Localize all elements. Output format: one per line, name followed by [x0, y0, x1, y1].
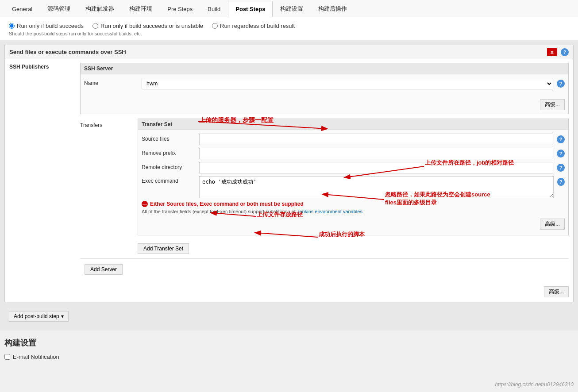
- source-files-input[interactable]: c minioss/svn-minioss-web/minioss-api/ta…: [199, 134, 553, 145]
- add-postbuild-row: Add post-build step ▾: [4, 307, 574, 326]
- transfer-set-section: Transfer Set Source files c minioss/svn-…: [138, 119, 569, 235]
- tab-poststeps[interactable]: Post Steps: [228, 1, 273, 17]
- radio-hint: Should the post-build steps run only for…: [9, 31, 569, 36]
- email-notification-label: E-mail Notification: [13, 354, 59, 360]
- source-files-control: c minioss/svn-minioss-web/minioss-api/ta…: [199, 134, 565, 145]
- tab-trigger[interactable]: 构建触发器: [78, 0, 122, 17]
- transfer-advanced-button[interactable]: 高级...: [540, 219, 565, 230]
- jenkins-env-vars-link[interactable]: Jenkins environment variables: [297, 209, 362, 214]
- server-section-title: SSH Server: [84, 65, 113, 72]
- server-section-body: Name hwm ?: [81, 74, 568, 96]
- remote-directory-control: /www/tempdir/ ?: [199, 162, 565, 173]
- transfer-set-header: Transfer Set: [138, 119, 568, 130]
- transfers-label: Transfers: [80, 119, 138, 128]
- bottom-advanced-row: 高级...: [5, 282, 573, 302]
- panel-header-right: x ?: [547, 48, 569, 56]
- error-text: Either Source files, Exec command or bot…: [150, 201, 304, 207]
- name-label: Name: [84, 78, 142, 86]
- exec-command-input[interactable]: echo '成功成功成功': [199, 176, 554, 198]
- remove-prefix-control: c minioss/svn-minioss-web/minioss-api/i/…: [199, 148, 565, 159]
- remove-prefix-help-icon[interactable]: ?: [557, 150, 565, 158]
- tab-buildsettings[interactable]: 构建设置: [273, 0, 311, 17]
- remove-prefix-label: Remove prefix: [142, 148, 199, 156]
- error-message: — Either Source files, Exec command or b…: [142, 201, 565, 207]
- remote-directory-input[interactable]: /www/tempdir/: [199, 162, 553, 173]
- remote-directory-label: Remote directory: [142, 162, 199, 170]
- email-notification-row: E-mail Notification: [0, 352, 578, 362]
- name-form-row: Name hwm ?: [84, 78, 565, 89]
- radio-option2[interactable]: Run only if build succeeds or is unstabl…: [92, 23, 203, 29]
- ssh-panel-title: Send files or execute commands over SSH: [9, 49, 126, 55]
- transfer-set-body: Source files c minioss/svn-minioss-web/m…: [138, 130, 568, 235]
- name-select[interactable]: hwm: [142, 78, 553, 89]
- tab-postbuild[interactable]: 构建后操作: [311, 0, 355, 17]
- transfer-set-title: Transfer Set: [142, 121, 172, 127]
- build-settings-title: 构建设置: [0, 331, 578, 352]
- server-advanced-button[interactable]: 高级...: [540, 99, 565, 110]
- add-transfer-button[interactable]: Add Transfer Set: [138, 243, 189, 254]
- radio-row: Run only if build succeeds Run only if b…: [9, 23, 569, 29]
- exec-command-control: echo '成功成功成功' ?: [199, 176, 565, 198]
- remote-directory-help-icon[interactable]: ?: [557, 164, 565, 172]
- transfers-row: Transfers Transfer Set Sourc: [80, 119, 569, 257]
- remove-prefix-input[interactable]: c minioss/svn-minioss-web/minioss-api/i/…: [199, 148, 553, 159]
- tab-build[interactable]: Build: [200, 1, 228, 17]
- radio-input-2[interactable]: [92, 23, 98, 29]
- radio-input-1[interactable]: [9, 23, 15, 29]
- add-transfer-row: Add Transfer Set: [138, 239, 569, 257]
- add-postbuild-label: Add post-build step: [14, 313, 59, 319]
- add-postbuild-chevron: ▾: [61, 313, 64, 319]
- server-section-header: SSH Server: [81, 63, 568, 74]
- build-settings-section: 构建设置 E-mail Notification: [0, 331, 578, 371]
- tab-source[interactable]: 源码管理: [40, 0, 78, 17]
- ssh-publishers-label: SSH Publishers: [9, 64, 49, 70]
- tab-env[interactable]: 构建环境: [122, 0, 160, 17]
- add-server-button[interactable]: Add Server: [85, 264, 123, 275]
- main-content: 上传的服务器，步骤一配置 上传文件所在路径，job的相对路径 忽略路径，如果此路…: [0, 40, 578, 331]
- ssh-sidebar: SSH Publishers: [5, 59, 76, 282]
- tab-presteps[interactable]: Pre Steps: [160, 1, 200, 17]
- radio-group: Run only if build succeeds Run only if b…: [0, 17, 578, 40]
- name-form-control: hwm ?: [142, 78, 565, 89]
- ssh-body: SSH Publishers SSH Server Name: [5, 59, 573, 282]
- ssh-panel: Send files or execute commands over SSH …: [4, 45, 574, 302]
- tab-bar: General 源码管理 构建触发器 构建环境 Pre Steps Build …: [0, 0, 578, 17]
- outer-advanced-button[interactable]: 高级...: [544, 286, 569, 297]
- add-server-row: Add Server: [80, 258, 569, 278]
- radio-input-3[interactable]: [212, 23, 218, 29]
- radio-option3[interactable]: Run regardless of build result: [212, 23, 295, 29]
- source-files-label: Source files: [142, 134, 199, 142]
- ssh-main-content: SSH Server Name hwm ?: [76, 59, 573, 282]
- email-notification-checkbox[interactable]: [4, 354, 10, 360]
- radio-option1[interactable]: Run only if build succeeds: [9, 23, 84, 29]
- source-files-row: Source files c minioss/svn-minioss-web/m…: [142, 134, 565, 145]
- remote-directory-row: Remote directory /www/tempdir/ ?: [142, 162, 565, 173]
- ssh-panel-header: Send files or execute commands over SSH …: [5, 45, 573, 59]
- ssh-panel-close-button[interactable]: x: [547, 48, 557, 56]
- exec-command-help-icon[interactable]: ?: [557, 178, 565, 186]
- page-wrapper: General 源码管理 构建触发器 构建环境 Pre Steps Build …: [0, 0, 578, 371]
- add-postbuild-button[interactable]: Add post-build step ▾: [9, 311, 69, 322]
- error-icon: —: [142, 201, 148, 207]
- exec-command-row: Exec command echo '成功成功成功' ?: [142, 176, 565, 198]
- server-section: SSH Server Name hwm ?: [80, 63, 569, 114]
- exec-command-label: Exec command: [142, 176, 199, 184]
- transfers-content: Transfer Set Source files c minioss/svn-…: [138, 119, 569, 257]
- source-files-help-icon[interactable]: ?: [557, 135, 565, 143]
- ssh-panel-help-icon[interactable]: ?: [561, 48, 569, 56]
- info-text: All of the transfer fields (except for E…: [142, 209, 565, 214]
- tab-general[interactable]: General: [4, 1, 40, 17]
- remove-prefix-row: Remove prefix c minioss/svn-minioss-web/…: [142, 148, 565, 159]
- name-help-icon[interactable]: ?: [557, 80, 565, 88]
